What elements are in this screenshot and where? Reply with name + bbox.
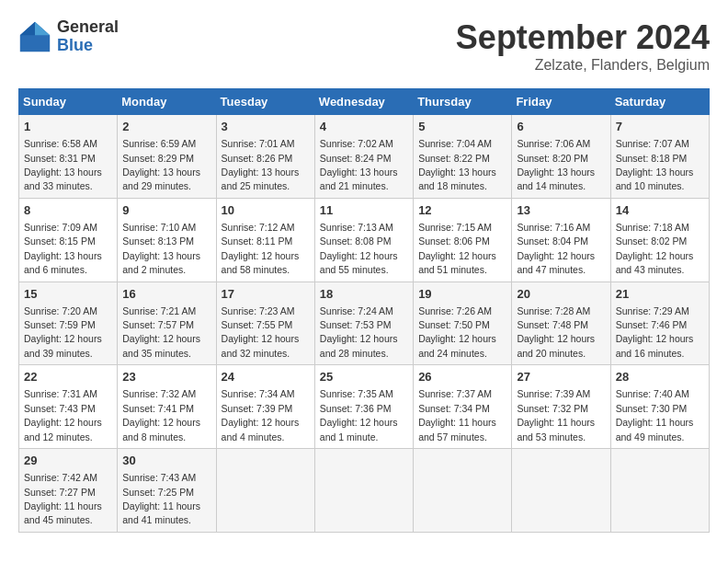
calendar-cell: 23 Sunrise: 7:32 AM Sunset: 7:41 PM Dayl…	[118, 365, 216, 449]
day-number: 12	[418, 202, 506, 219]
svg-marker-1	[35, 22, 50, 35]
daylight-hours: Daylight: 11 hours and 57 minutes.	[418, 417, 496, 442]
daylight-hours: Daylight: 13 hours and 21 minutes.	[320, 167, 398, 191]
daylight-hours: Daylight: 13 hours and 25 minutes.	[222, 167, 300, 191]
day-number: 16	[122, 286, 210, 303]
sunset-time: Sunset: 7:32 PM	[517, 403, 588, 414]
daylight-hours: Daylight: 12 hours and 43 minutes.	[616, 250, 694, 275]
calendar-cell: 11 Sunrise: 7:13 AM Sunset: 8:08 PM Dayl…	[314, 198, 413, 282]
day-number: 20	[517, 286, 605, 303]
day-number: 22	[24, 369, 112, 385]
daylight-hours: Daylight: 12 hours and 8 minutes.	[122, 417, 200, 442]
day-number: 27	[517, 369, 605, 385]
sunrise-time: Sunrise: 7:40 AM	[616, 388, 689, 399]
calendar-cell: 6 Sunrise: 7:06 AM Sunset: 8:20 PM Dayli…	[512, 115, 610, 199]
sunrise-time: Sunrise: 7:37 AM	[418, 388, 492, 399]
daylight-hours: Daylight: 12 hours and 32 minutes.	[222, 333, 300, 358]
sunrise-time: Sunrise: 7:26 AM	[418, 305, 492, 316]
calendar-table: Sunday Monday Tuesday Wednesday Thursday…	[18, 88, 710, 533]
sunset-time: Sunset: 8:26 PM	[222, 153, 293, 164]
daylight-hours: Daylight: 12 hours and 28 minutes.	[320, 333, 398, 358]
sunrise-time: Sunrise: 7:01 AM	[222, 138, 295, 149]
calendar-cell: 3 Sunrise: 7:01 AM Sunset: 8:26 PM Dayli…	[216, 115, 314, 199]
calendar-week-5: 29 Sunrise: 7:42 AM Sunset: 7:27 PM Dayl…	[19, 449, 710, 533]
daylight-hours: Daylight: 13 hours and 10 minutes.	[616, 167, 694, 191]
day-number: 2	[122, 119, 210, 135]
calendar-week-1: 1 Sunrise: 6:58 AM Sunset: 8:31 PM Dayli…	[19, 115, 710, 199]
calendar-week-4: 22 Sunrise: 7:31 AM Sunset: 7:43 PM Dayl…	[19, 365, 710, 449]
sunset-time: Sunset: 8:04 PM	[517, 236, 588, 247]
daylight-hours: Daylight: 12 hours and 47 minutes.	[517, 250, 595, 275]
sunset-time: Sunset: 8:13 PM	[122, 236, 194, 247]
sunset-time: Sunset: 8:11 PM	[222, 236, 293, 247]
sunrise-time: Sunrise: 6:59 AM	[122, 138, 196, 149]
sunrise-time: Sunrise: 7:12 AM	[222, 222, 295, 233]
month-title: September 2024	[456, 18, 710, 57]
sunrise-time: Sunrise: 7:39 AM	[517, 388, 590, 399]
logo-general-text: General	[57, 18, 119, 37]
sunrise-time: Sunrise: 7:21 AM	[122, 305, 196, 316]
day-number: 28	[616, 369, 704, 385]
sunrise-time: Sunrise: 7:04 AM	[418, 138, 492, 149]
header-friday: Friday	[512, 89, 610, 115]
day-number: 18	[320, 286, 408, 303]
header-saturday: Saturday	[610, 89, 709, 115]
header-thursday: Thursday	[414, 89, 512, 115]
sunrise-time: Sunrise: 6:58 AM	[24, 138, 97, 149]
day-number: 1	[24, 119, 112, 135]
calendar-cell	[512, 449, 610, 533]
sunset-time: Sunset: 8:15 PM	[24, 236, 96, 247]
sunrise-time: Sunrise: 7:24 AM	[320, 305, 393, 316]
calendar-cell: 27 Sunrise: 7:39 AM Sunset: 7:32 PM Dayl…	[512, 365, 610, 449]
day-number: 14	[616, 202, 704, 219]
day-number: 17	[222, 286, 310, 303]
day-number: 3	[222, 119, 310, 135]
calendar-cell: 10 Sunrise: 7:12 AM Sunset: 8:11 PM Dayl…	[216, 198, 314, 282]
sunset-time: Sunset: 8:18 PM	[616, 153, 688, 164]
sunrise-time: Sunrise: 7:13 AM	[320, 222, 393, 233]
calendar-cell: 4 Sunrise: 7:02 AM Sunset: 8:24 PM Dayli…	[314, 115, 413, 199]
sunset-time: Sunset: 8:02 PM	[616, 236, 688, 247]
calendar-cell: 7 Sunrise: 7:07 AM Sunset: 8:18 PM Dayli…	[610, 115, 709, 199]
logo-text: General Blue	[57, 18, 119, 55]
calendar-cell	[610, 449, 709, 533]
sunset-time: Sunset: 8:22 PM	[418, 153, 490, 164]
calendar-cell: 29 Sunrise: 7:42 AM Sunset: 7:27 PM Dayl…	[19, 449, 118, 533]
sunrise-time: Sunrise: 7:23 AM	[222, 305, 295, 316]
daylight-hours: Daylight: 13 hours and 14 minutes.	[517, 167, 595, 191]
page-container: General Blue September 2024 Zelzate, Fla…	[18, 18, 710, 533]
sunset-time: Sunset: 8:31 PM	[24, 153, 96, 164]
sunrise-time: Sunrise: 7:09 AM	[24, 222, 97, 233]
sunset-time: Sunset: 8:24 PM	[320, 153, 392, 164]
day-number: 9	[122, 202, 210, 219]
sunset-time: Sunset: 7:34 PM	[418, 403, 490, 414]
calendar-cell: 15 Sunrise: 7:20 AM Sunset: 7:59 PM Dayl…	[19, 282, 118, 365]
sunset-time: Sunset: 7:53 PM	[320, 319, 392, 330]
sunrise-time: Sunrise: 7:29 AM	[616, 305, 689, 316]
sunset-time: Sunset: 8:06 PM	[418, 236, 490, 247]
day-number: 6	[517, 119, 605, 135]
daylight-hours: Daylight: 13 hours and 2 minutes.	[122, 250, 200, 275]
daylight-hours: Daylight: 12 hours and 20 minutes.	[517, 333, 595, 358]
day-number: 15	[24, 286, 112, 303]
title-block: September 2024 Zelzate, Flanders, Belgiu…	[456, 18, 710, 74]
sunset-time: Sunset: 7:50 PM	[418, 319, 490, 330]
day-number: 8	[24, 202, 112, 219]
page-header: General Blue September 2024 Zelzate, Fla…	[18, 18, 710, 74]
day-number: 4	[320, 119, 408, 135]
calendar-week-2: 8 Sunrise: 7:09 AM Sunset: 8:15 PM Dayli…	[19, 198, 710, 282]
daylight-hours: Daylight: 11 hours and 49 minutes.	[616, 417, 694, 442]
sunset-time: Sunset: 7:39 PM	[222, 403, 293, 414]
calendar-cell: 24 Sunrise: 7:34 AM Sunset: 7:39 PM Dayl…	[216, 365, 314, 449]
day-number: 29	[24, 453, 112, 469]
day-number: 7	[616, 119, 704, 135]
daylight-hours: Daylight: 12 hours and 35 minutes.	[122, 333, 200, 358]
calendar-header-row: Sunday Monday Tuesday Wednesday Thursday…	[19, 89, 710, 115]
calendar-cell: 17 Sunrise: 7:23 AM Sunset: 7:55 PM Dayl…	[216, 282, 314, 365]
sunset-time: Sunset: 7:41 PM	[122, 403, 194, 414]
sunrise-time: Sunrise: 7:06 AM	[517, 138, 590, 149]
sunrise-time: Sunrise: 7:18 AM	[616, 222, 689, 233]
daylight-hours: Daylight: 12 hours and 39 minutes.	[24, 333, 102, 358]
calendar-cell: 25 Sunrise: 7:35 AM Sunset: 7:36 PM Dayl…	[314, 365, 413, 449]
sunrise-time: Sunrise: 7:34 AM	[222, 388, 295, 399]
